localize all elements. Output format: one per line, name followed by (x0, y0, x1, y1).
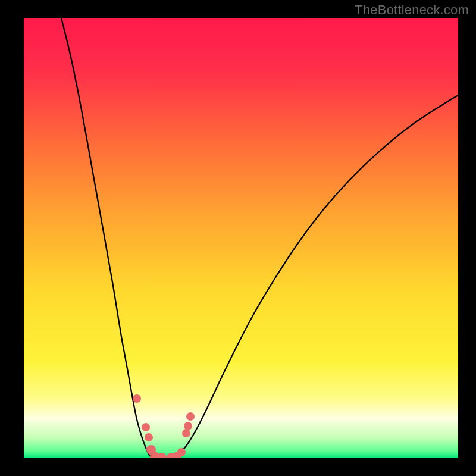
curve-marker (142, 423, 150, 431)
bottleneck-chart (24, 18, 458, 458)
curve-marker (145, 433, 153, 441)
watermark-text: TheBottleneck.com (355, 2, 469, 18)
curve-marker (184, 422, 192, 430)
curve-marker (182, 429, 190, 437)
plot-area (24, 18, 458, 458)
gradient-background (24, 18, 458, 458)
curve-marker (177, 448, 186, 456)
chart-frame: TheBottleneck.com (0, 0, 476, 476)
curve-marker (133, 394, 141, 403)
curve-marker (186, 412, 195, 421)
